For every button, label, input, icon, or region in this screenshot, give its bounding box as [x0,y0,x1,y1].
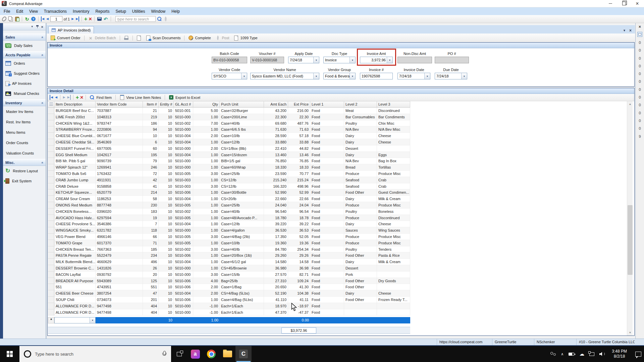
dock-tab-digit[interactable]: 0 [636,117,644,125]
next-record-button[interactable]: ▶ [71,16,74,21]
chevron-down-icon[interactable]: ▼ [241,73,247,79]
minimize-button[interactable] [604,0,617,7]
chevron-down-icon[interactable]: ▼ [313,73,319,79]
table-row[interactable]: BACON Layflat093079220105010-0003.00Case… [48,272,410,278]
sidebar-section-header-accts-payable[interactable]: Accts Payable« [3,51,46,58]
field-doc-type[interactable]: Invoice▼ [323,57,356,63]
action-center-icon[interactable] [635,352,641,357]
chevron-down-icon[interactable]: ▼ [90,317,95,323]
scan-documents-button[interactable]: Scan Documents [144,35,182,41]
row-selector[interactable] [48,234,54,240]
attach-icon[interactable] [2,16,7,21]
table-row[interactable]: WINGSAUCE Smoky...6321782118105010-0001.… [48,227,410,234]
search-icon[interactable] [157,16,162,21]
table-row[interactable]: CHICKEN Wing 1&2...9783747186105010-0027… [48,120,410,127]
table-row[interactable]: KETCHUP Squeeze...6520779214105010-0061.… [48,189,410,196]
collapse-chevron-icon[interactable]: « [41,54,45,56]
people-icon[interactable] [550,352,556,356]
row-selector[interactable] [48,120,54,127]
undo-icon[interactable] [103,16,108,21]
dock-tab-digit[interactable]: 0 [636,55,644,62]
table-row[interactable]: STRAWBERRY Froze...222080694105010-0001.… [48,126,410,133]
chevron-down-icon[interactable]: ▼ [350,73,355,79]
row-selector[interactable] [48,252,54,259]
row-selector[interactable] [48,309,54,316]
taskbar-clock[interactable]: 3:48 PM 8/2/18 [610,349,629,359]
row-selector[interactable] [48,278,54,284]
delete-record-icon[interactable]: × [89,17,92,21]
column-header-level-1[interactable]: Level 1 [310,101,344,108]
row-selector[interactable] [48,240,54,246]
column-header-amt-each[interactable]: Amt Each [264,101,288,108]
menu-item-utilities[interactable]: Utilities [129,7,148,15]
page-button[interactable] [135,35,143,41]
sidebar-menu-icon[interactable]: ▼ [31,25,34,28]
start-button[interactable] [0,346,19,362]
row-selector[interactable] [48,297,54,303]
menu-item-edit[interactable]: Edit [13,7,26,15]
table-row[interactable]: TOMATO Bulk 5x6176343272105010-0053.00Ca… [48,171,410,177]
sidebar-section-header-sales[interactable]: Sales« [3,34,46,41]
row-selector[interactable] [48,202,54,208]
menu-item-file[interactable]: File [1,7,13,15]
convert-order-button[interactable]: Convert Order [49,35,82,41]
row-selector[interactable] [48,284,54,290]
table-row[interactable]: CHEESE Blue Crumbl...067167710105010-004… [48,133,410,139]
table-row[interactable]: ALLOWANCE FOR D...9477498404105010-000-1… [48,309,410,316]
table-row[interactable]: CHEESE Cheddar Sli...35463696105010-0041… [48,139,410,145]
dock-tab-digit[interactable]: 0 [636,94,644,101]
dock-tab-digit[interactable]: 9 [636,133,644,140]
row-selector[interactable] [48,265,54,272]
sidebar-item-orders[interactable]: Orders [3,58,46,68]
sidebar-item-ap-invoices[interactable]: AP Invoices [3,78,46,88]
dock-tab-digit[interactable]: 0 [636,62,644,70]
last-record-button[interactable]: ▶ [75,16,79,21]
field-invoice[interactable]: 190762598 [360,73,393,79]
menu-item-view[interactable]: View [26,7,41,15]
grid-first-button[interactable]: ◀ [50,95,53,100]
table-row[interactable]: SOUP Chili0734073201105010-0061.00Case=4… [48,297,410,303]
first-record-button[interactable]: ◀ [41,16,45,21]
column-header-qty[interactable]: Qty [193,101,220,108]
row-selector[interactable] [48,139,54,145]
onedrive-icon[interactable]: ☁ [579,352,584,356]
table-row[interactable]: DESSERT Funnel Fri...697700560105010-000… [48,145,410,152]
save-icon[interactable] [97,16,102,21]
table-row[interactable]: BIB Mr. Pibb 5 gal909073979105010-0001.0… [48,158,410,164]
add-line-icon[interactable]: + [76,95,79,100]
sidebar-close-icon[interactable]: × [41,25,43,28]
table-row[interactable]: LIME Fresh 200ct1048313219105010-0001.00… [48,114,410,120]
network-icon[interactable] [589,352,594,356]
grid-next-button[interactable]: ▶ [63,95,66,100]
tab-close-icon[interactable]: × [629,29,632,32]
1099-type-button[interactable]: 1099 Type [232,35,259,41]
dock-close-icon[interactable]: × [636,23,644,29]
tab-ap-invoices[interactable]: AP Invoices (edited) [48,26,94,34]
table-row[interactable]: MILK Buttermilk Blend...4660629496105010… [48,259,410,265]
sidebar-item-rest-inv-items[interactable]: Rest. Inv Items [3,117,46,127]
sidebar-item-valuation-counts[interactable]: Valuation Counts [3,148,46,158]
table-row[interactable]: CHICKEN Boneless...0396020183105010-0021… [48,208,410,215]
row-selector[interactable] [48,290,54,297]
row-selector[interactable] [48,177,54,183]
table-row[interactable]: PASTA Penne Regate5522479234105010-0061.… [48,252,410,259]
grid-prev-button[interactable]: ◀ [55,95,58,100]
field-vendor-group[interactable]: Food & Beverag▼ [323,73,356,79]
menu-item-help[interactable]: Help [168,7,183,15]
field-due-date[interactable]: 7/24/18▼ [435,73,467,79]
dock-restore-icon[interactable] [637,32,642,37]
table-row[interactable]: DESSERT Brownie C...143182626105010-0001… [48,265,410,272]
field-invoice-amt[interactable]: 3,972.96▼ [360,57,393,63]
sidebar-item-menu-items[interactable]: Menu Items [3,127,46,137]
printer-button[interactable] [122,35,130,41]
dock-tab-digit[interactable]: 0 [636,78,644,85]
row-selector[interactable] [48,183,54,190]
column-header-vendor-item-code[interactable]: Vendor Item Code [96,101,143,108]
collapse-chevron-icon[interactable]: « [41,37,45,38]
row-selector[interactable] [48,164,54,171]
row-selector[interactable] [48,189,54,196]
column-header-level-2[interactable]: Level 2 [344,101,377,108]
field-apply-date[interactable]: 7/24/18▼ [288,57,319,63]
table-row[interactable]: BREADER All Purpose5943089125105010-0064… [48,278,410,284]
chevron-down-icon[interactable]: ▼ [313,57,319,63]
